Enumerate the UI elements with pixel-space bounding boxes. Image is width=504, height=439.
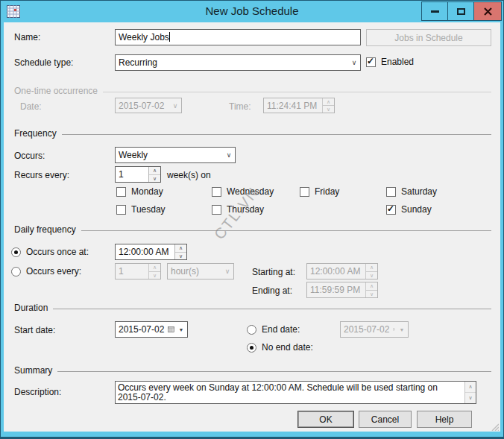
summary-title: Summary bbox=[14, 365, 52, 376]
description-textarea[interactable]: Occurs every week on Sunday at 12:00:00 … bbox=[115, 381, 476, 404]
dropdown-triangle-icon[interactable]: ▼ bbox=[175, 327, 187, 332]
one-time-date-select: 2015-07-02 ∨ bbox=[115, 98, 182, 113]
chevron-down-icon: ∨ bbox=[169, 102, 181, 110]
name-input[interactable]: Weekly Jobs bbox=[115, 29, 361, 45]
starting-at-spinner: 12:00:00 AM ∧∨ bbox=[306, 263, 378, 279]
radio-dot bbox=[14, 250, 18, 254]
radio-dot bbox=[250, 346, 253, 350]
new-job-schedule-dialog: New Job Schedule CTL.VN Name: Weekly Job… bbox=[0, 0, 504, 439]
occurs-every-label: Occurs every: bbox=[26, 266, 81, 277]
description-label: Description: bbox=[14, 387, 61, 397]
schedule-type-select[interactable]: Recurring ∨ bbox=[115, 54, 361, 71]
checkbox[interactable]: ✓ bbox=[386, 187, 396, 197]
close-button[interactable] bbox=[473, 1, 502, 21]
no-end-date-radio[interactable] bbox=[247, 343, 256, 353]
occurs-every-radio-row[interactable]: Occurs every: bbox=[11, 266, 81, 277]
ending-at-value: 11:59:59 PM bbox=[307, 285, 365, 295]
day-checkbox-sunday[interactable]: ✓ Sunday bbox=[386, 204, 432, 215]
spin-up-icon: ∧ bbox=[175, 244, 186, 253]
duration-title: Duration bbox=[14, 303, 48, 313]
occurs-every-unit-select: hour(s) ∨ bbox=[167, 263, 234, 279]
day-checkbox-friday[interactable]: ✓ Friday bbox=[300, 186, 339, 197]
end-date-radio-row[interactable]: End date: bbox=[247, 324, 300, 335]
spin-up-icon: ∧ bbox=[366, 264, 377, 272]
enabled-checkbox[interactable]: ✓ bbox=[366, 57, 376, 67]
duration-section-header: Duration bbox=[14, 303, 491, 313]
cancel-button[interactable]: Cancel bbox=[359, 411, 412, 428]
spinner-buttons: ∧∨ bbox=[365, 264, 377, 279]
scroll-down-icon[interactable]: ∨ bbox=[465, 393, 476, 403]
day-label: Wednesday bbox=[227, 186, 274, 197]
dialog-body: CTL.VN Name: Weekly Jobs Jobs in Schedul… bbox=[4, 22, 500, 432]
close-icon bbox=[484, 7, 492, 16]
calendar-icon bbox=[393, 325, 395, 334]
description-scrollbar[interactable]: ∧ ∨ bbox=[464, 382, 476, 403]
help-button[interactable]: Help bbox=[417, 411, 472, 428]
occurs-once-time-spinner[interactable]: 12:00:00 AM ∧∨ bbox=[115, 244, 187, 260]
occurs-every-stepper: 1 ∧∨ bbox=[115, 263, 161, 279]
spinner-buttons: ∧∨ bbox=[365, 282, 377, 297]
resize-grip[interactable] bbox=[490, 422, 499, 431]
minimize-button[interactable] bbox=[421, 1, 448, 21]
occurs-once-radio[interactable] bbox=[11, 247, 21, 257]
checkbox[interactable]: ✓ bbox=[116, 205, 126, 215]
name-label: Name: bbox=[14, 32, 40, 42]
occurs-select[interactable]: Weekly ∨ bbox=[115, 147, 236, 163]
occurs-once-time-value: 12:00:00 AM bbox=[116, 247, 174, 257]
occurs-once-radio-row[interactable]: Occurs once at: bbox=[11, 247, 89, 257]
schedule-type-label: Schedule type: bbox=[14, 57, 73, 68]
checkbox[interactable]: ✓ bbox=[212, 205, 221, 215]
day-checkbox-tuesday[interactable]: ✓ Tuesday bbox=[116, 204, 166, 215]
daily-frequency-title: Daily frequency bbox=[14, 224, 76, 235]
spinner-buttons[interactable]: ∧∨ bbox=[148, 167, 160, 182]
scroll-up-icon[interactable]: ∧ bbox=[465, 382, 476, 393]
end-date-radio[interactable] bbox=[247, 325, 256, 335]
enabled-checkbox-row[interactable]: ✓ Enabled bbox=[366, 57, 414, 67]
day-label: Tuesday bbox=[131, 204, 166, 215]
one-time-time-spinner: 11:24:41 PM ∧∨ bbox=[263, 98, 335, 113]
starting-at-value: 12:00:00 AM bbox=[307, 266, 365, 277]
spinner-buttons[interactable]: ∧∨ bbox=[174, 244, 186, 259]
occurs-every-radio[interactable] bbox=[11, 267, 21, 277]
chevron-down-icon[interactable]: ∨ bbox=[348, 59, 360, 66]
day-checkbox-wednesday[interactable]: ✓ Wednesday bbox=[212, 186, 274, 197]
one-time-title: One-time occurrence bbox=[14, 86, 98, 96]
title-bar[interactable]: New Job Schedule bbox=[1, 1, 503, 22]
day-checkbox-saturday[interactable]: ✓ Saturday bbox=[386, 186, 437, 197]
schedule-type-value: Recurring bbox=[116, 57, 348, 68]
day-checkbox-monday[interactable]: ✓ Monday bbox=[116, 186, 163, 197]
start-date-picker[interactable]: 2015-07-02 ▼ bbox=[115, 321, 188, 338]
maximize-button[interactable] bbox=[447, 1, 474, 21]
frequency-section-header: Frequency bbox=[14, 128, 491, 139]
checkbox[interactable]: ✓ bbox=[386, 205, 396, 215]
ending-at-spinner: 11:59:59 PM ∧∨ bbox=[306, 282, 378, 298]
checkbox[interactable]: ✓ bbox=[116, 187, 126, 197]
frequency-title: Frequency bbox=[14, 128, 57, 139]
day-label: Monday bbox=[131, 186, 163, 197]
spin-down-icon: ∨ bbox=[149, 272, 160, 279]
ok-button[interactable]: OK bbox=[297, 411, 354, 428]
start-date-label: Start date: bbox=[14, 325, 55, 335]
spin-down-icon: ∨ bbox=[366, 272, 377, 279]
one-time-date-value: 2015-07-02 bbox=[116, 101, 169, 111]
date-label: Date: bbox=[20, 101, 42, 112]
recurs-every-stepper[interactable]: 1 ∧∨ bbox=[115, 166, 161, 183]
starting-at-label: Starting at: bbox=[252, 267, 295, 277]
no-end-date-label: No end date: bbox=[262, 342, 313, 353]
no-end-date-radio-row[interactable]: No end date: bbox=[247, 342, 313, 353]
checkbox[interactable]: ✓ bbox=[212, 187, 221, 197]
day-checkbox-thursday[interactable]: ✓ Thursday bbox=[212, 204, 264, 215]
summary-section-header: Summary bbox=[14, 365, 491, 376]
jobs-in-schedule-button: Jobs in Schedule bbox=[366, 29, 491, 46]
spin-up-icon: ∧ bbox=[149, 167, 160, 175]
occurs-label: Occurs: bbox=[14, 151, 45, 161]
chevron-down-icon[interactable]: ∨ bbox=[223, 151, 235, 159]
recurs-every-value: 1 bbox=[116, 169, 148, 180]
spin-down-icon: ∨ bbox=[149, 175, 160, 183]
start-date-value: 2015-07-02 bbox=[116, 324, 167, 335]
description-text: Occurs every week on Sunday at 12:00:00 … bbox=[116, 382, 464, 403]
occurs-every-unit-value: hour(s) bbox=[168, 266, 221, 277]
enabled-label: Enabled bbox=[381, 57, 414, 67]
spin-up-icon: ∧ bbox=[366, 282, 377, 291]
checkbox[interactable]: ✓ bbox=[300, 187, 309, 197]
